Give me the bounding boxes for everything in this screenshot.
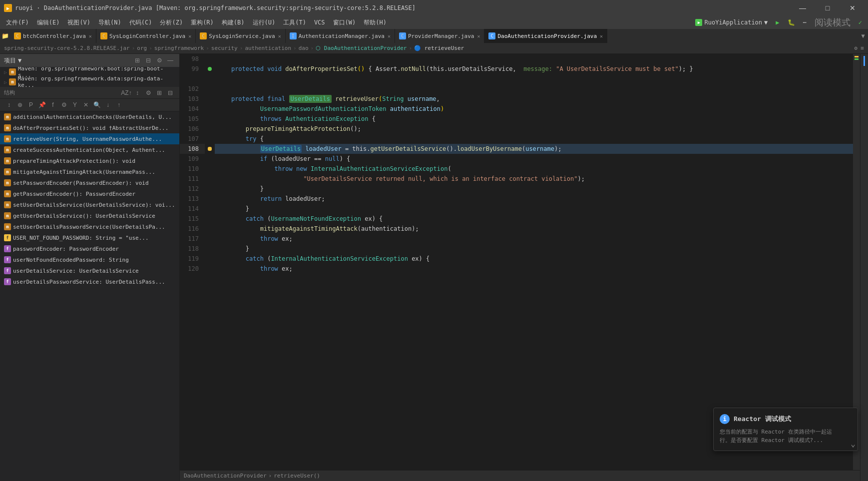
footer-sep: › [269,473,272,479]
breadcrumb-security[interactable]: security [211,45,238,51]
maximize-button[interactable]: □ [816,0,839,16]
tab-dao-auth-close[interactable]: ✕ [600,33,603,39]
structure-collapse[interactable]: ⊟ [165,88,175,98]
struct-btn5[interactable]: f [48,100,58,110]
struct-item-getuds[interactable]: m getUserDetailsService(): UserDetailsSe… [0,210,179,221]
struct-btn9[interactable]: 🔍 [92,100,102,110]
breadcrumb-org[interactable]: org [137,45,147,51]
struct-item-mitigate[interactable]: m mitigateAgainstTimingAttack(UsernamePa… [0,166,179,177]
struct-btn1[interactable]: ↕ [4,100,14,110]
struct-icon-m: m [4,113,11,120]
toolbar-right[interactable]: 阅读模式 [811,16,855,29]
menu-refactor[interactable]: 重构(R) [187,16,218,29]
menu-code[interactable]: 代码(C) [125,16,156,29]
tab-provider-mgr[interactable]: C ProviderManager.java ✕ [395,29,484,43]
breadcrumb-springframework[interactable]: springframework [154,45,204,51]
tab-batch-label: btchController.java [23,33,86,39]
struct-item-retrieve[interactable]: m retrieveUser(String, UsernamePasswordA… [0,133,179,144]
title-bar: ▶ ruoyi · DaoAuthenticationProvider.java… [0,0,868,16]
tab-auth-mgr[interactable]: I AuthenticationManager.java ✕ [286,29,395,43]
code-line-114: } [215,204,860,214]
struct-btn8[interactable]: ✕ [81,100,91,110]
tab-auth-mgr-close[interactable]: ✕ [388,33,391,39]
structure-sort-alpha[interactable]: AZ↑ [121,88,131,98]
linenum-117: 117 [180,234,205,244]
struct-icon-getuds: m [4,212,11,219]
menu-build[interactable]: 构建(B) [218,16,249,29]
struct-item-setuds[interactable]: m setUserDetailsService(UserDetailsServi… [0,199,179,210]
menu-tools[interactable]: 工具(T) [279,16,310,29]
breadcrumb-jar: spring-security-core-5.2.8.RELEASE.jar [4,45,130,51]
struct-item-usernfp[interactable]: f USER_NOT_FOUND_PASSWORD: String = "use… [0,232,179,243]
menu-window[interactable]: 窗口(W) [329,16,360,29]
struct-icon-udsps: f [4,278,11,285]
struct-item-additional[interactable]: m additionalAuthenticationChecks(UserDet… [0,111,179,122]
tab-syslogin-svc-close[interactable]: ✕ [278,33,281,39]
marker-106 [205,124,215,134]
tab-dao-auth[interactable]: C DaoAuthenticationProvider.java ✕ [484,29,607,43]
breadcrumb-class[interactable]: ⬡ DaoAuthenticationProvider [316,45,407,51]
code-line-115: catch (UsernameNotFoundException ex) { [215,214,860,224]
sidebar-settings-btn[interactable]: ⚙ [154,55,164,65]
struct-btn7[interactable]: Y [70,100,80,110]
breadcrumb-authentication[interactable]: authentication [245,45,291,51]
struct-item-getpassword[interactable]: m getPasswordEncoder(): PasswordEncoder [0,188,179,199]
tab-syslogin-svc[interactable]: C SysLoginService.java ✕ [196,29,285,43]
menu-file[interactable]: 文件(F) [2,16,33,29]
struct-btn6[interactable]: ⚙ [59,100,69,110]
struct-item-udsps[interactable]: f userDetailsPasswordService: UserDetail… [0,276,179,287]
tab-batch-close[interactable]: ✕ [89,33,92,39]
checkmark[interactable]: ✓ [855,16,866,29]
sidebar-collapse-btn[interactable]: ⊟ [143,55,153,65]
close-button[interactable]: ✕ [841,0,864,16]
structure-filter-toolbar: ↕ ⊕ P 📌 f ⚙ Y ✕ 🔍 ↓ ↑ [0,99,179,111]
linenum-108: 108 [180,144,205,154]
struct-btn4[interactable]: 📌 [37,100,47,110]
reactor-expand-btn[interactable]: ⌄ [851,439,856,449]
tab-provider-mgr-close[interactable]: ✕ [477,33,480,39]
struct-item-unfep[interactable]: f userNotFoundEncodedPassword: String [0,254,179,265]
structure-sort-type[interactable]: ↕ [132,88,142,98]
marker-107 [205,134,215,144]
struct-item-setudsps[interactable]: m setUserDetailsPasswordService(UserDeta… [0,221,179,232]
struct-item-prepare[interactable]: m prepareTimingAttackProtection(): void [0,155,179,166]
debug-run-button[interactable]: 🐛 [784,16,799,29]
struct-btn11[interactable]: ↑ [114,100,124,110]
code-line-119: catch (InternalAuthenticationServiceExce… [215,254,860,264]
tab-overflow[interactable]: ▼ [858,32,868,39]
struct-item-setpassword[interactable]: m setPasswordEncoder(PasswordEncoder): v… [0,177,179,188]
struct-item-uds[interactable]: f userDetailsService: UserDetailsService [0,265,179,276]
sidebar-minimize-btn[interactable]: — [165,55,175,65]
structure-settings[interactable]: ⚙ [143,88,153,98]
menu-analyze[interactable]: 分析(Z) [156,16,187,29]
right-indicator-1 [864,56,865,66]
breadcrumb-dao[interactable]: dao [299,45,309,51]
struct-item-doafter[interactable]: m doAfterPropertiesSet(): void †Abstract… [0,122,179,133]
struct-text-create: createSuccessAuthentication(Object, Auth… [13,147,165,153]
menu-edit[interactable]: 编辑(E) [33,16,64,29]
menu-view[interactable]: 视图(V) [63,16,94,29]
tab-batch-icon: C [14,32,21,39]
tab-syslogin-ctrl-close[interactable]: ✕ [188,33,191,39]
minimize-button[interactable]: — [791,0,814,16]
menu-run-config[interactable]: ▶ RuoYiApplication ▼ [691,16,772,29]
project-item-data[interactable]: ▷ m Maven: org.springframework.data:spri… [0,77,179,87]
struct-item-pe[interactable]: f passwordEncoder: PasswordEncoder [0,243,179,254]
sidebar-layout-btn[interactable]: ⊞ [132,55,142,65]
struct-btn2[interactable]: ⊕ [15,100,25,110]
menu-help[interactable]: 帮助(H) [360,16,391,29]
breadcrumb-method[interactable]: 🔵 retrieveUser [414,45,464,51]
breadcrumb-tools[interactable]: ⚙ ≡ [854,45,864,51]
struct-btn10[interactable]: ↓ [103,100,113,110]
toolbar-more[interactable]: ⋯ [799,16,811,29]
menu-vcs[interactable]: VCS [310,16,329,29]
structure-expand[interactable]: ⊞ [154,88,164,98]
run-button[interactable]: ▶ [772,16,783,29]
tab-syslogin-ctrl[interactable]: C SysLoginController.java ✕ [96,29,196,43]
struct-btn3[interactable]: P [26,100,36,110]
struct-text-retrieve: retrieveUser(String, UsernamePasswordAut… [13,136,162,142]
menu-navigate[interactable]: 导航(N) [94,16,125,29]
menu-run[interactable]: 运行(U) [249,16,280,29]
tab-batch[interactable]: C btchController.java ✕ [10,29,96,43]
struct-item-create[interactable]: m createSuccessAuthentication(Object, Au… [0,144,179,155]
